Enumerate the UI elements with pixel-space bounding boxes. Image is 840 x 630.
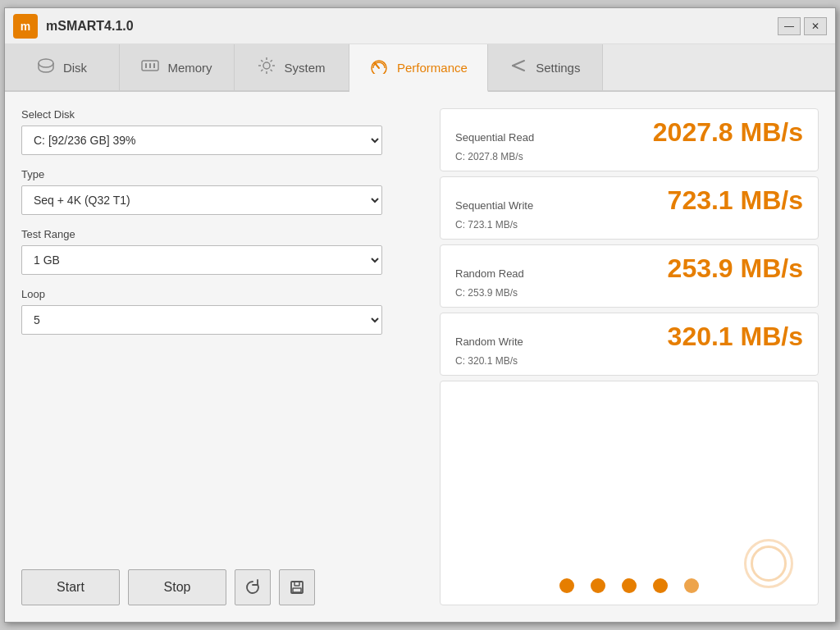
save-icon — [289, 579, 305, 596]
svg-rect-4 — [153, 63, 155, 68]
save-button[interactable] — [279, 569, 315, 605]
tab-settings-label: Settings — [536, 61, 580, 75]
seq-write-sub: C: 723.1 MB/s — [455, 219, 803, 231]
test-range-group: Test Range 1 GB — [21, 228, 423, 275]
progress-dot-4 — [653, 578, 668, 593]
right-panel: Sequential Read 2027.8 MB/s C: 2027.8 MB… — [440, 108, 819, 605]
app-title: mSMART4.1.0 — [46, 19, 778, 34]
circle-decoration-inner — [751, 546, 787, 582]
logo-text: m — [21, 20, 30, 33]
system-icon — [258, 57, 276, 79]
tab-system-label: System — [284, 61, 325, 75]
refresh-button[interactable] — [235, 569, 271, 605]
seq-read-value: 2027.8 MB/s — [653, 117, 803, 148]
performance-icon — [369, 57, 389, 78]
seq-write-value: 723.1 MB/s — [668, 185, 803, 216]
tab-settings[interactable]: Settings — [488, 44, 603, 90]
svg-point-0 — [39, 59, 53, 67]
settings-icon — [509, 57, 527, 79]
memory-icon — [141, 59, 159, 76]
tab-disk-label: Disk — [63, 61, 87, 75]
type-label: Type — [21, 168, 423, 180]
seq-read-sub: C: 2027.8 MB/s — [455, 151, 803, 162]
seq-write-label: Sequential Write — [455, 199, 533, 212]
rand-read-value: 253.9 MB/s — [668, 253, 803, 284]
test-range-label: Test Range — [21, 228, 423, 240]
action-buttons: Start Stop — [21, 561, 423, 605]
minimize-button[interactable]: — — [778, 17, 801, 35]
progress-dot-1 — [559, 578, 574, 593]
svg-rect-3 — [149, 63, 151, 68]
tab-performance[interactable]: Performance — [349, 44, 488, 92]
stop-button[interactable]: Stop — [128, 569, 226, 605]
svg-line-8 — [513, 66, 524, 71]
select-disk-label: Select Disk — [21, 108, 423, 121]
type-dropdown[interactable]: Seq + 4K (Q32 T1) — [21, 185, 382, 215]
window-controls: — ✕ — [778, 17, 827, 35]
tab-memory-label: Memory — [167, 61, 212, 75]
loop-label: Loop — [21, 288, 423, 300]
random-write-card: Random Write 320.1 MB/s C: 320.1 MB/s — [440, 313, 819, 376]
svg-rect-10 — [294, 582, 299, 586]
progress-dot-2 — [591, 578, 605, 593]
random-read-card: Random Read 253.9 MB/s C: 253.9 MB/s — [440, 244, 819, 308]
svg-rect-11 — [293, 588, 301, 592]
progress-dot-5 — [684, 578, 699, 593]
tab-system[interactable]: System — [235, 44, 349, 90]
main-content: Select Disk C: [92/236 GB] 39% Type Seq … — [5, 92, 835, 622]
loop-dropdown[interactable]: 5 — [21, 305, 382, 335]
type-group: Type Seq + 4K (Q32 T1) — [21, 168, 423, 215]
tab-bar: Disk Memory System Performance Settings — [5, 44, 835, 92]
rand-read-sub: C: 253.9 MB/s — [455, 287, 803, 299]
main-window: m mSMART4.1.0 — ✕ Disk Memory System — [4, 7, 836, 623]
disk-icon — [37, 57, 55, 79]
progress-dot-3 — [622, 578, 637, 593]
svg-line-7 — [513, 61, 524, 66]
left-panel: Select Disk C: [92/236 GB] 39% Type Seq … — [21, 108, 423, 605]
start-button[interactable]: Start — [21, 569, 120, 605]
rand-read-label: Random Read — [455, 267, 524, 280]
rand-write-label: Random Write — [455, 336, 523, 348]
tab-memory[interactable]: Memory — [120, 44, 235, 90]
tab-disk[interactable]: Disk — [5, 44, 120, 90]
sequential-write-card: Sequential Write 723.1 MB/s C: 723.1 MB/… — [440, 176, 819, 240]
refresh-icon — [244, 579, 261, 596]
title-bar: m mSMART4.1.0 — ✕ — [5, 8, 835, 44]
test-range-dropdown[interactable]: 1 GB — [21, 245, 382, 275]
rand-write-sub: C: 320.1 MB/s — [455, 355, 803, 367]
app-logo: m — [13, 14, 38, 39]
sequential-read-card: Sequential Read 2027.8 MB/s C: 2027.8 MB… — [440, 108, 819, 171]
tab-performance-label: Performance — [397, 61, 468, 75]
rand-write-value: 320.1 MB/s — [668, 322, 803, 352]
seq-read-label: Sequential Read — [455, 131, 534, 144]
close-button[interactable]: ✕ — [804, 17, 827, 35]
svg-rect-2 — [145, 63, 147, 68]
progress-card — [440, 381, 819, 605]
svg-point-5 — [263, 62, 270, 69]
loop-group: Loop 5 — [21, 288, 423, 335]
select-disk-group: Select Disk C: [92/236 GB] 39% — [21, 108, 423, 155]
select-disk-dropdown[interactable]: C: [92/236 GB] 39% — [21, 126, 382, 155]
progress-dots — [559, 578, 699, 593]
